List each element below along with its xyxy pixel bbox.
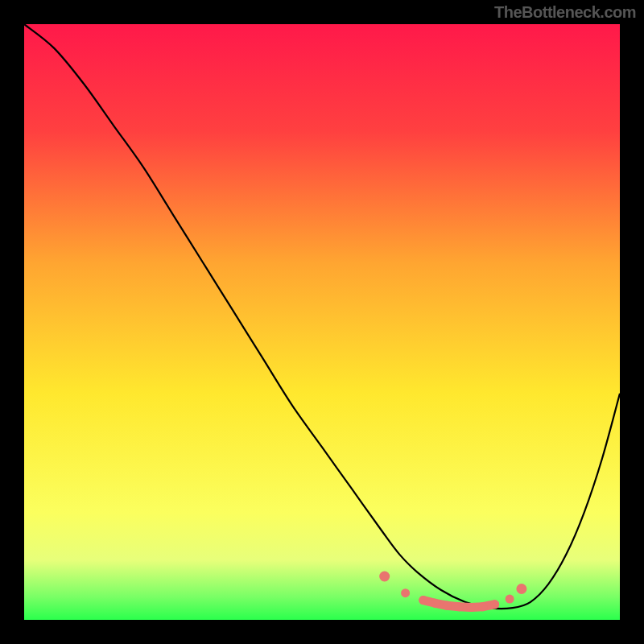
highlight-dot bbox=[506, 595, 514, 604]
gradient-background bbox=[24, 24, 620, 620]
highlight-dot bbox=[401, 588, 410, 597]
highlight-dot bbox=[431, 599, 440, 608]
highlight-dot bbox=[455, 602, 464, 611]
highlight-dot bbox=[516, 584, 526, 594]
highlight-dot bbox=[443, 601, 452, 610]
highlight-dot bbox=[490, 600, 499, 609]
highlight-dot bbox=[478, 602, 487, 611]
highlight-dot bbox=[379, 571, 390, 581]
highlight-dot bbox=[467, 603, 476, 612]
highlight-dot bbox=[419, 596, 427, 605]
watermark-text: TheBottleneck.com bbox=[494, 3, 636, 22]
plot-area bbox=[24, 24, 620, 620]
outer-frame: TheBottleneck.com bbox=[0, 0, 644, 644]
chart-svg bbox=[24, 24, 620, 620]
